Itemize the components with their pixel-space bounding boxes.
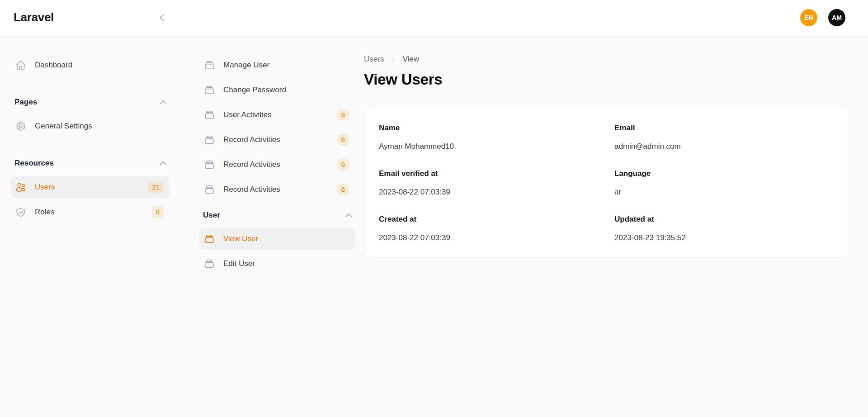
submenu-item-label: User Activities <box>223 110 329 119</box>
submenu-item-change-password[interactable]: Change Password <box>199 79 355 101</box>
sidebar-item-label: Users <box>35 183 139 192</box>
submenu-item-edit-user[interactable]: Edit User <box>199 253 355 275</box>
gear-icon <box>15 121 26 132</box>
submenu-item-user-activities[interactable]: User Activities 6 <box>199 104 355 126</box>
users-icon <box>15 182 26 193</box>
sidebar-section-pages[interactable]: Pages <box>14 96 168 109</box>
field-value: 2023-08-23 19:35:52 <box>614 232 835 243</box>
page-layout: Dashboard Pages General Settings Resourc… <box>0 35 868 278</box>
submenu-item-label: Change Password <box>223 85 349 95</box>
field-email-verified-at: Email verified at 2023-08-22 07:03:39 <box>379 168 614 198</box>
chevron-up-icon <box>159 98 168 107</box>
chevron-up-icon <box>344 211 353 220</box>
sidebar-item-label: General Settings <box>35 122 164 131</box>
home-icon <box>15 60 26 71</box>
rectangle-stack-icon <box>204 134 215 145</box>
submenu-item-manage-user[interactable]: Manage User <box>199 54 355 76</box>
field-label: Language <box>614 168 835 179</box>
breadcrumb: Users View <box>364 54 850 64</box>
chevron-up-icon <box>159 159 168 168</box>
roles-count-badge: 0 <box>152 206 164 218</box>
rectangle-stack-icon <box>204 159 215 170</box>
submenu-item-record-activities-1[interactable]: Record Activities 6 <box>199 129 355 151</box>
field-label: Email <box>614 123 835 133</box>
sidebar-item-dashboard[interactable]: Dashboard <box>11 54 170 76</box>
sidebar-item-label: Dashboard <box>35 61 164 70</box>
brand-logo: Laravel <box>14 10 54 24</box>
field-label: Updated at <box>614 214 835 225</box>
section-label: Resources <box>14 159 54 168</box>
rectangle-stack-icon <box>204 109 215 120</box>
field-value: ar <box>614 187 835 198</box>
topbar: Laravel EN AM <box>0 0 868 35</box>
submenu-item-view-user[interactable]: View User <box>199 228 355 250</box>
sidebar-item-label: Roles <box>35 208 143 217</box>
sidebar-collapse-button[interactable] <box>156 11 168 24</box>
rectangle-stack-icon <box>204 85 215 95</box>
section-label: Pages <box>14 98 37 107</box>
resource-submenu: Manage User Change Password User Activit… <box>199 54 355 278</box>
field-updated-at: Updated at 2023-08-23 19:35:52 <box>614 214 835 243</box>
user-details-card: Name Ayman Mohammed10 Email admin@admin.… <box>364 108 850 257</box>
field-value: admin@admin.com <box>614 141 835 152</box>
activities-count-badge: 6 <box>337 184 349 195</box>
shield-check-icon <box>15 207 26 218</box>
rectangle-stack-icon <box>204 258 215 269</box>
field-email: Email admin@admin.com <box>614 123 835 152</box>
field-value: 2023-08-22 07:03:39 <box>379 187 614 198</box>
sidebar: Dashboard Pages General Settings Resourc… <box>11 54 170 226</box>
breadcrumb-item-view: View <box>402 55 419 64</box>
activities-count-badge: 6 <box>337 159 349 171</box>
submenu-item-label: View User <box>223 234 349 243</box>
chevron-right-icon <box>390 56 396 63</box>
sidebar-item-roles[interactable]: Roles 0 <box>11 201 170 223</box>
field-label: Name <box>379 123 614 133</box>
submenu-item-record-activities-2[interactable]: Record Activities 6 <box>199 154 355 175</box>
activities-count-badge: 6 <box>337 109 349 121</box>
submenu-item-record-activities-3[interactable]: Record Activities 6 <box>199 179 355 200</box>
avatar[interactable]: AM <box>828 9 845 26</box>
submenu-item-label: Record Activities <box>223 135 329 144</box>
sidebar-section-resources[interactable]: Resources <box>14 157 168 170</box>
rectangle-stack-icon <box>204 184 215 195</box>
submenu-item-label: Record Activities <box>223 160 329 169</box>
field-name: Name Ayman Mohammed10 <box>379 123 614 152</box>
activities-count-badge: 6 <box>337 134 349 146</box>
submenu-section-user[interactable]: User <box>203 209 353 222</box>
main-content: Users View View Users Name Ayman Mohamme… <box>364 54 850 257</box>
field-value: 2023-08-22 07:03:39 <box>379 232 614 243</box>
topbar-actions: EN AM <box>800 9 845 26</box>
breadcrumb-item-users[interactable]: Users <box>364 55 384 64</box>
field-language: Language ar <box>614 168 835 198</box>
rectangle-stack-icon <box>204 233 215 244</box>
chevron-left-icon <box>157 13 167 23</box>
submenu-item-label: Record Activities <box>223 185 329 194</box>
field-value: Ayman Mohammed10 <box>379 141 614 152</box>
rectangle-stack-icon <box>204 60 215 71</box>
page-title: View Users <box>364 70 850 90</box>
language-switcher-badge[interactable]: EN <box>800 9 817 26</box>
sidebar-item-general-settings[interactable]: General Settings <box>11 115 170 137</box>
section-label: User <box>203 211 220 220</box>
field-label: Email verified at <box>379 168 614 179</box>
submenu-item-label: Manage User <box>223 61 349 70</box>
sidebar-item-users[interactable]: Users 21 <box>11 176 170 198</box>
users-count-badge: 21 <box>148 181 164 193</box>
field-label: Created at <box>379 214 614 225</box>
field-created-at: Created at 2023-08-22 07:03:39 <box>379 214 614 243</box>
submenu-item-label: Edit User <box>223 259 349 268</box>
